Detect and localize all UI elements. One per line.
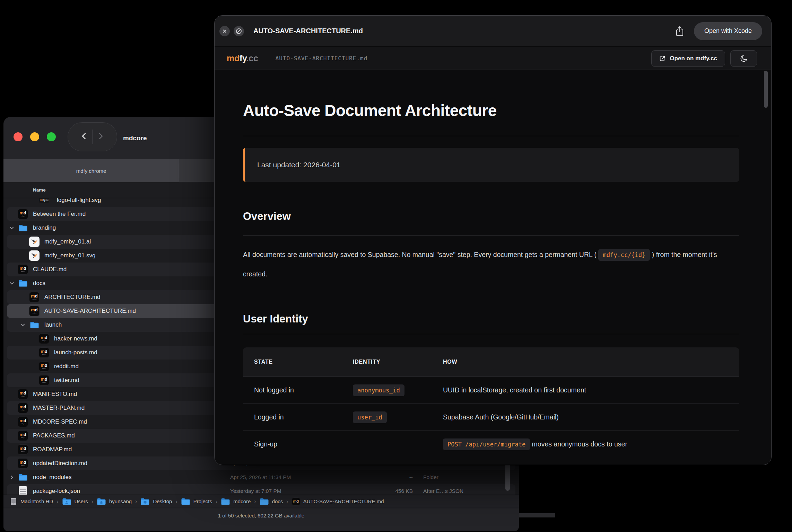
folder-icon: [30, 321, 39, 329]
quicklook-titlebar: AUTO-SAVE-ARCHITECTURE.md Open with Xcod…: [215, 16, 771, 47]
back-button[interactable]: [80, 132, 89, 142]
file-name: Between the Fer.md: [33, 207, 86, 221]
close-icon: [222, 28, 227, 34]
path-item[interactable]: docs: [260, 498, 283, 505]
path-chevron-icon: ›: [56, 498, 58, 505]
disclosure-triangle[interactable]: [20, 322, 26, 328]
background-window-sliver: [519, 513, 555, 517]
viewer-scrollbar[interactable]: [764, 71, 768, 108]
divider: [243, 334, 739, 334]
file-name: mdfy_emby_01.ai: [44, 235, 91, 249]
file-name: updatedDirection.md: [33, 456, 87, 470]
disclosure-triangle[interactable]: [9, 225, 15, 231]
disclosure-triangle[interactable]: [9, 280, 15, 286]
folder-icon: [62, 498, 71, 505]
slash-circle-icon: [236, 28, 242, 34]
status-text: 1 of 50 selected, 602.22 GB available: [3, 513, 519, 518]
finder-tab[interactable]: mdfy chrome: [3, 159, 179, 182]
status-bar: 1 of 50 selected, 602.22 GB available: [3, 508, 519, 531]
nav-divider: [92, 130, 93, 144]
quicklook-title: AUTO-SAVE-ARCHITECTURE.md: [253, 27, 363, 35]
doc-title: Auto-Save Document Architecture: [243, 101, 739, 120]
cell-state: Logged in: [243, 404, 353, 431]
path-item[interactable]: mdAUTO-SAVE-ARCHITECTURE.md: [292, 497, 384, 506]
path-chevron-icon: ›: [216, 498, 217, 505]
external-link-icon: [659, 55, 665, 62]
cell-state: Sign-up: [243, 431, 353, 458]
cell-state: Not logged in: [243, 377, 353, 404]
finder-tab-label: mdfy chrome: [76, 168, 106, 174]
folder-icon: [18, 473, 28, 481]
path-label: Desktop: [153, 498, 172, 504]
divider: [243, 136, 739, 136]
mdfy-wordmark-icon: mdfy.cc: [39, 198, 49, 203]
disclosure-open-icon: [9, 280, 15, 286]
file-name: CLAUDE.md: [33, 263, 67, 276]
path-item[interactable]: Desktop: [140, 498, 172, 505]
cell-how: UUID in localStorage, created on first d…: [443, 377, 739, 404]
path-label: Projects: [193, 498, 212, 504]
file-name: ROADMAP.md: [33, 443, 72, 456]
nav-buttons: [68, 122, 117, 151]
disclosure-triangle[interactable]: [9, 474, 15, 480]
path-item[interactable]: hyunsang: [97, 498, 132, 505]
folder-icon: [181, 498, 190, 505]
window-title: mdcore: [123, 117, 147, 159]
file-name: launch: [44, 318, 62, 332]
close-button[interactable]: [219, 26, 230, 36]
forward-button[interactable]: [96, 132, 105, 142]
expand-button[interactable]: [234, 26, 244, 36]
markdown-document: Auto-Save Document Architecture Last upd…: [243, 70, 739, 458]
divider: [243, 235, 739, 236]
file-size: --: [350, 470, 413, 484]
identity-heading: User Identity: [243, 313, 739, 325]
file-name: launch-posts.md: [54, 346, 97, 360]
share-button[interactable]: [674, 25, 685, 37]
inline-code: user_id: [353, 411, 387, 423]
mdfy-logo: mdfy.cc: [227, 53, 258, 63]
file-name: MANIFESTO.md: [33, 387, 77, 401]
folder-icon: [18, 280, 28, 287]
disclosure-open-icon: [9, 225, 15, 231]
file-name: docs: [33, 276, 45, 290]
markdown-file-icon: mdmdfy.cc: [18, 458, 28, 469]
file-name: PACKAGES.md: [33, 429, 75, 443]
path-item[interactable]: Macintosh HD: [10, 497, 53, 506]
inline-code: anonymous_id: [353, 384, 404, 396]
markdown-file-icon: mdmdfy.cc: [18, 389, 28, 399]
path-label: Users: [75, 498, 88, 504]
traffic-lights: [14, 132, 56, 141]
minimize-window-button[interactable]: [30, 132, 39, 141]
table-row: Logged inuser_idSupabase Auth (Google/Gi…: [243, 404, 739, 431]
inline-code: POST /api/user/migrate: [443, 438, 530, 450]
overview-paragraph: All documents are automatically saved to…: [243, 245, 739, 284]
cell-how: POST /api/user/migrate moves anonymous d…: [443, 431, 739, 458]
markdown-file-icon: mdmdfy.cc: [39, 375, 49, 385]
path-label: Macintosh HD: [20, 498, 53, 504]
path-item[interactable]: mdcore: [221, 498, 251, 505]
table-header-row: STATE IDENTITY HOW: [243, 347, 739, 377]
identity-table: STATE IDENTITY HOW Not logged inanonymou…: [243, 347, 739, 458]
file-name: AUTO-SAVE-ARCHITECTURE.md: [44, 304, 136, 318]
open-with-xcode-button[interactable]: Open with Xcode: [694, 22, 762, 40]
open-on-mdfy-button[interactable]: Open on mdfy.cc: [651, 50, 725, 67]
dark-mode-toggle[interactable]: [730, 50, 757, 67]
markdown-file-icon: mdmdfy.cc: [29, 292, 40, 302]
table-row: Sign-upPOST /api/user/migrate moves anon…: [243, 431, 739, 458]
file-row[interactable]: node_modulesApr 25, 2026 at 11:34 PM -- …: [3, 470, 519, 484]
last-updated-callout: Last updated: 2026-04-01: [243, 148, 739, 182]
path-item[interactable]: Projects: [181, 498, 212, 505]
markdown-file-icon: mdmdfy.cc: [18, 209, 28, 219]
path-chevron-icon: ›: [175, 498, 177, 505]
col-identity: IDENTITY: [353, 347, 443, 377]
file-name: mdfy_emby_01.svg: [44, 249, 95, 263]
folder-icon: [97, 498, 106, 505]
folder-icon: [18, 224, 28, 232]
zoom-window-button[interactable]: [47, 132, 56, 141]
chevron-right-icon: [96, 132, 105, 141]
path-item[interactable]: Users: [62, 498, 88, 505]
close-window-button[interactable]: [14, 132, 23, 141]
hard-drive-icon: [10, 497, 17, 506]
cell-identity: [353, 431, 443, 458]
mdfy-bird-logo-icon: [29, 250, 40, 261]
